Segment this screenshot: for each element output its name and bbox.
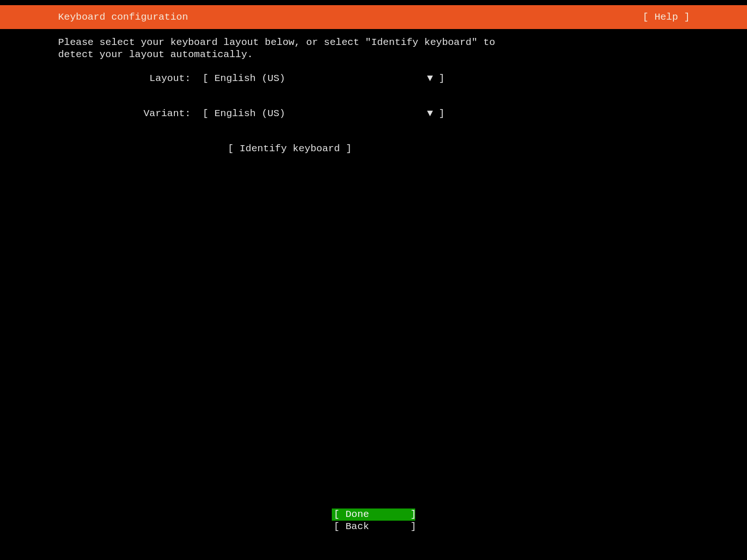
page-title: Keyboard configuration (58, 12, 188, 22)
variant-dropdown[interactable]: [ English (US) ▼ ] (202, 108, 445, 119)
variant-row: Variant: [ English (US) ▼ ] (58, 108, 689, 119)
variant-label: Variant: (58, 108, 191, 119)
content-area: Please select your keyboard layout below… (0, 29, 747, 154)
chevron-down-icon: ▼ (427, 73, 433, 84)
done-button[interactable]: [ Done ] (332, 508, 415, 521)
back-button[interactable]: [ Back ] (332, 521, 415, 533)
layout-dropdown[interactable]: [ English (US) ▼ ] (202, 73, 445, 84)
instruction-text: Please select your keyboard layout below… (58, 37, 689, 60)
layout-label: Layout: (58, 73, 191, 84)
variant-value: English (US) (214, 108, 285, 119)
chevron-down-icon: ▼ (427, 108, 433, 119)
layout-value: English (US) (214, 73, 285, 84)
footer-nav: [ Done ] [ Back ] (0, 508, 747, 533)
form-area: Layout: [ English (US) ▼ ] Variant: [ En… (58, 73, 689, 154)
header-bar: Keyboard configuration [ Help ] (0, 5, 747, 29)
identify-row: [ Identify keyboard ] (58, 143, 689, 154)
help-button[interactable]: [ Help ] (642, 12, 690, 22)
layout-row: Layout: [ English (US) ▼ ] (58, 73, 689, 84)
identify-keyboard-button[interactable]: [ Identify keyboard ] (228, 143, 352, 154)
